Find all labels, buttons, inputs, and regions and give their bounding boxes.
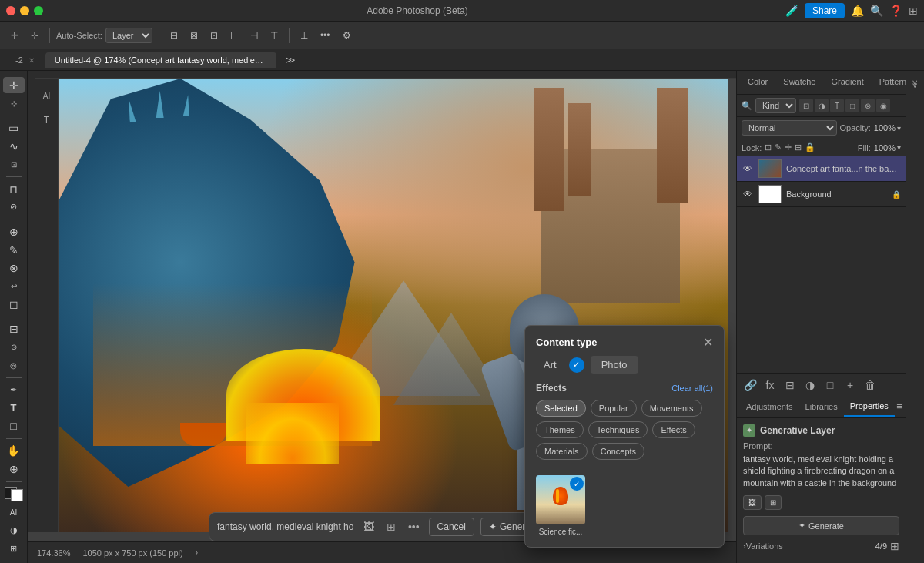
minimize-button[interactable] [20,6,29,15]
generate-prompt-input[interactable] [217,521,354,532]
chip-selected[interactable]: Selected [536,400,586,417]
chip-effects[interactable]: Effects [652,421,695,438]
chip-materials[interactable]: Materials [536,443,588,460]
tab-swatche[interactable]: Swatche [775,71,823,94]
search-icon[interactable]: 🔍 [870,5,883,17]
layer-item-1[interactable]: 👁 Concept art fanta...n the background [737,156,906,182]
ai-sidebar-btn-2[interactable]: T [36,109,58,131]
help-icon[interactable]: ❓ [889,5,902,17]
blur-tool[interactable]: ⊙ [3,339,25,355]
adjustments-tab[interactable]: Adjustments [740,397,799,416]
tab-overflow-button[interactable]: ≫ [281,52,300,69]
ai-sidebar-btn-1[interactable]: AI [36,85,58,106]
align-left-button[interactable]: ⊟ [166,27,182,44]
bell-icon[interactable]: 🔔 [851,5,864,17]
generate-more-button[interactable]: ••• [405,519,423,535]
move-tool[interactable]: ✛ [3,77,25,93]
clear-all-button[interactable]: Clear all(1) [671,384,713,393]
object-select-tool[interactable]: ⊡ [3,156,25,173]
foreground-background-colors[interactable] [5,487,23,501]
tab-2[interactable]: Untitled-4 @ 174% (Concept art fantasy w… [45,52,276,68]
gradient-tool[interactable]: ⊟ [3,321,25,337]
tab-gradient[interactable]: Gradient [824,71,872,94]
layer-select[interactable]: Layer Group [105,28,152,43]
move-tool-button[interactable]: ✛ [6,27,23,44]
kind-select[interactable]: Kind [755,98,796,113]
tab-1-close[interactable]: ✕ [28,56,35,65]
lock-all-button[interactable]: 🔒 [805,142,815,152]
link-layers-button[interactable]: 🔗 [742,377,758,394]
crop-tool[interactable]: ⊓ [3,181,25,197]
more-options-button[interactable]: ••• [316,27,335,44]
layer-filter-toggle[interactable]: ◉ [876,99,890,112]
properties-generate-button[interactable]: ✦ Generate [743,516,899,535]
new-adjustment-button[interactable]: ◑ [802,377,819,394]
chip-concepts[interactable]: Concepts [592,443,644,460]
history-brush-tool[interactable]: ↩ [3,278,25,294]
maximize-button[interactable] [34,6,43,15]
brush-tool[interactable]: ✎ [3,242,25,258]
add-mask-button[interactable]: ⊟ [782,377,798,394]
smart-filter-icon[interactable]: ⊗ [861,99,875,112]
lock-position-button[interactable]: ✛ [785,142,792,152]
photo-type-item[interactable]: Photo [591,356,638,374]
adjustment-filter-icon[interactable]: ◑ [815,99,829,112]
blend-mode-select[interactable]: Normal Multiply Screen [742,120,837,136]
text-filter-icon[interactable]: T [830,99,844,112]
grid-icon[interactable]: ⊞ [909,5,918,17]
chip-popular[interactable]: Popular [591,400,637,417]
dodge-tool[interactable]: ◎ [3,357,25,373]
clone-stamp-tool[interactable]: ⊗ [3,260,25,276]
canvas-area[interactable]: AI T [28,71,736,563]
settings-button[interactable]: ⚙ [338,27,356,44]
layer-2-visibility[interactable]: 👁 [742,188,754,200]
modal-close-button[interactable]: ✕ [703,335,713,350]
distribute-button[interactable]: ⊥ [296,27,313,44]
libraries-tab[interactable]: Libraries [799,397,844,416]
lock-transparency-button[interactable]: ⊡ [765,142,772,152]
lasso-tool[interactable]: ∿ [3,138,25,154]
art-type-item[interactable]: Art ✓ [536,356,584,374]
prop-action-1[interactable]: 🖼 [743,495,762,510]
layer-item-2[interactable]: 👁 Background 🔒 [737,182,906,207]
science-fic-thumb-container[interactable]: ✓ Science fic... [536,475,585,536]
align-center-button[interactable]: ⊠ [186,27,203,44]
eyedropper-tool[interactable]: ⊘ [3,199,25,215]
pixel-filter-icon[interactable]: ⊡ [799,99,813,112]
pen-tool[interactable]: ✒ [3,382,25,398]
chip-techniques[interactable]: Techniques [588,421,648,438]
collapse-toggle[interactable]: ≫ [909,77,921,91]
delete-layer-button[interactable]: 🗑 [862,377,879,394]
screen-mode-tool[interactable]: ⊞ [3,541,25,557]
marquee-tool[interactable]: ▭ [3,120,25,136]
generate-image-icon-button[interactable]: 🖼 [360,519,377,535]
shape-filter-icon[interactable]: □ [845,99,859,112]
align-right-button[interactable]: ⊡ [206,27,223,44]
close-button[interactable] [6,6,15,15]
properties-tab[interactable]: Properties [844,397,895,417]
ai-tool[interactable]: AI [3,504,25,521]
variations-grid-button[interactable]: ⊞ [890,540,899,552]
zoom-tool[interactable]: ⊕ [3,461,25,477]
hand-tool[interactable]: ✋ [3,443,25,459]
status-expand-button[interactable]: › [196,548,198,557]
add-style-button[interactable]: fx [762,377,778,394]
tab-color[interactable]: Color [740,71,775,94]
tab-1[interactable]: -2 ✕ [6,52,44,68]
align-middle-button[interactable]: ⊣ [246,27,263,44]
generate-cancel-button[interactable]: Cancel [429,518,474,536]
text-tool[interactable]: T [3,400,25,416]
fill-dropdown[interactable]: ▾ [897,143,901,152]
lock-artboard-button[interactable]: ⊞ [795,142,802,152]
new-layer-button[interactable]: + [842,377,859,394]
generate-grid-icon-button[interactable]: ⊞ [383,519,399,535]
share-button[interactable]: Share [805,3,845,18]
section-menu-button[interactable]: ≡ [896,400,902,412]
layer-1-visibility[interactable]: 👁 [742,163,754,175]
new-group-button[interactable]: □ [822,377,839,394]
selection-tool-button[interactable]: ⊹ [26,27,43,44]
align-top-button[interactable]: ⊢ [226,27,243,44]
prop-action-2[interactable]: ⊞ [765,495,782,510]
eraser-tool[interactable]: ◻ [3,296,25,312]
shape-tool[interactable]: □ [3,418,25,434]
